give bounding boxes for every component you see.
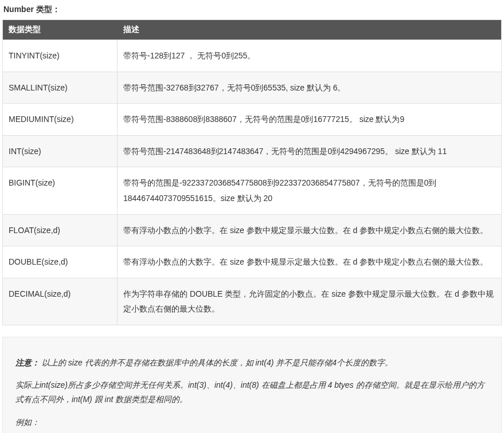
cell-desc: 带符号-128到127 ， 无符号0到255。 (118, 40, 502, 72)
number-types-table: 数据类型 描述 TINYINT(size) 带符号-128到127 ， 无符号0… (2, 19, 502, 325)
col-header-type: 数据类型 (3, 20, 118, 40)
cell-desc: 带有浮动小数点的大数字。在 size 参数中规显示定最大位数。在 d 参数中规定… (118, 246, 502, 278)
cell-type: FLOAT(size,d) (3, 214, 118, 246)
cell-type: TINYINT(size) (3, 40, 118, 72)
cell-desc: 带有浮动小数点的小数字。在 size 参数中规定显示最大位数。在 d 参数中规定… (118, 214, 502, 246)
cell-desc: 作为字符串存储的 DOUBLE 类型，允许固定的小数点。在 size 参数中规定… (118, 278, 502, 325)
cell-desc: 带符号范围-8388608到8388607，无符号的范围是0到16777215。… (118, 104, 502, 136)
table-row: INT(size) 带符号范围-2147483648到2147483647，无符… (3, 135, 502, 167)
cell-type: MEDIUMINT(size) (3, 104, 118, 136)
cell-type: BIGINT(size) (3, 167, 118, 214)
table-row: FLOAT(size,d) 带有浮动小数点的小数字。在 size 参数中规定显示… (3, 214, 502, 246)
table-row: TINYINT(size) 带符号-128到127 ， 无符号0到255。 (3, 40, 502, 72)
cell-type: SMALLINT(size) (3, 72, 118, 104)
cell-type: DOUBLE(size,d) (3, 246, 118, 278)
note-p1: 注意： 以上的 size 代表的并不是存储在数据库中的具体的长度，如 int(4… (15, 356, 489, 370)
table-row: BIGINT(size) 带符号的范围是-9223372036854775808… (3, 167, 502, 214)
note-label: 注意： (15, 358, 40, 367)
table-row: SMALLINT(size) 带符号范围-32768到32767，无符号0到65… (3, 72, 502, 104)
col-header-desc: 描述 (118, 20, 502, 40)
table-row: MEDIUMINT(size) 带符号范围-8388608到8388607，无符… (3, 104, 502, 136)
table-row: DOUBLE(size,d) 带有浮动小数点的大数字。在 size 参数中规显示… (3, 246, 502, 278)
table-row: DECIMAL(size,d) 作为字符串存储的 DOUBLE 类型，允许固定的… (3, 278, 502, 325)
cell-desc: 带符号的范围是-9223372036854775808到922337203685… (118, 167, 502, 214)
note-p2: 实际上int(size)所占多少存储空间并无任何关系。int(3)、int(4)… (15, 378, 489, 407)
page-title: Number 类型： (2, 2, 502, 19)
note-block: 注意： 以上的 size 代表的并不是存储在数据库中的具体的长度，如 int(4… (2, 337, 502, 433)
cell-desc: 带符号范围-2147483648到2147483647，无符号的范围是0到429… (118, 135, 502, 167)
note-p1-rest: 以上的 size 代表的并不是存储在数据库中的具体的长度，如 int(4) 并不… (42, 358, 393, 367)
cell-type: INT(size) (3, 135, 118, 167)
note-p3: 例如： (15, 415, 489, 430)
cell-type: DECIMAL(size,d) (3, 278, 118, 325)
cell-desc: 带符号范围-32768到32767，无符号0到65535, size 默认为 6… (118, 72, 502, 104)
